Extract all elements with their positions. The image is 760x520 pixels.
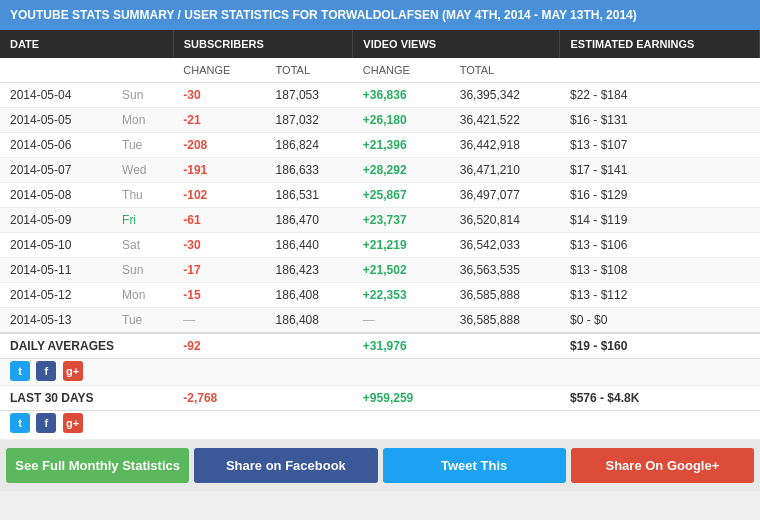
monthly-stats-button[interactable]: See Full Monthly Statistics — [6, 448, 189, 483]
view-total-cell: 36,520,814 — [450, 208, 560, 233]
sub-total-cell: 187,053 — [266, 83, 353, 108]
date-cell: 2014-05-06 — [0, 133, 112, 158]
sub-change-cell: -191 — [173, 158, 265, 183]
stats-table: DATE SUBSCRIBERS VIDEO VIEWS ESTIMATED E… — [0, 30, 760, 440]
date-cell: 2014-05-07 — [0, 158, 112, 183]
sub-change-cell: -30 — [173, 83, 265, 108]
day-cell: Mon — [112, 108, 173, 133]
table-row: 2014-05-05 Mon -21 187,032 +26,180 36,42… — [0, 108, 760, 133]
sub-change-cell: — — [173, 308, 265, 334]
view-total-cell: 36,442,918 — [450, 133, 560, 158]
sub-change-cell: -17 — [173, 258, 265, 283]
last30-social-icons-row: t f g+ — [0, 411, 760, 440]
last30-sub-change: -2,768 — [173, 386, 265, 411]
day-cell: Sun — [112, 258, 173, 283]
earnings-sub-header — [560, 58, 760, 83]
earnings-cell: $13 - $112 — [560, 283, 760, 308]
tweet-button[interactable]: Tweet This — [383, 448, 566, 483]
view-change-cell: +21,502 — [353, 258, 450, 283]
view-total-cell: 36,542,033 — [450, 233, 560, 258]
date-cell: 2014-05-04 — [0, 83, 112, 108]
day-cell: Tue — [112, 133, 173, 158]
view-change-cell: — — [353, 308, 450, 334]
view-total-cell: 36,563,535 — [450, 258, 560, 283]
header: YOUTUBE STATS SUMMARY / USER STATISTICS … — [0, 0, 760, 30]
view-change-cell: +25,867 — [353, 183, 450, 208]
daily-avg-earnings: $19 - $160 — [560, 333, 760, 359]
sub-change-cell: -61 — [173, 208, 265, 233]
gplus-icon-last30[interactable]: g+ — [63, 413, 83, 433]
daily-avg-label: DAILY AVERAGES — [0, 333, 173, 359]
sub-change-cell: -21 — [173, 108, 265, 133]
sub-total-cell: 186,423 — [266, 258, 353, 283]
view-change-cell: +23,737 — [353, 208, 450, 233]
table-body: 2014-05-04 Sun -30 187,053 +36,836 36,39… — [0, 83, 760, 334]
view-total-cell: 36,585,888 — [450, 308, 560, 334]
last-30-days-row: LAST 30 DAYS -2,768 +959,259 $576 - $4.8… — [0, 386, 760, 411]
sub-total-cell: 186,408 — [266, 308, 353, 334]
view-total-cell: 36,421,522 — [450, 108, 560, 133]
header-title: YOUTUBE STATS SUMMARY / USER STATISTICS … — [10, 8, 637, 22]
sub-total-cell: 186,470 — [266, 208, 353, 233]
subscribers-col-header: SUBSCRIBERS — [173, 30, 353, 58]
view-total-cell: 36,585,888 — [450, 283, 560, 308]
table-container: DATE SUBSCRIBERS VIDEO VIEWS ESTIMATED E… — [0, 30, 760, 440]
date-cell: 2014-05-10 — [0, 233, 112, 258]
daily-avg-view-change: +31,976 — [353, 333, 450, 359]
twitter-icon-last30[interactable]: t — [10, 413, 30, 433]
earnings-cell: $0 - $0 — [560, 308, 760, 334]
earnings-cell: $16 - $129 — [560, 183, 760, 208]
sub-total-cell: 186,440 — [266, 233, 353, 258]
day-cell: Fri — [112, 208, 173, 233]
day-cell: Tue — [112, 308, 173, 334]
daily-avg-sub-change: -92 — [173, 333, 265, 359]
earnings-col-header: ESTIMATED EARNINGS — [560, 30, 760, 58]
table-row: 2014-05-04 Sun -30 187,053 +36,836 36,39… — [0, 83, 760, 108]
earnings-cell: $13 - $106 — [560, 233, 760, 258]
view-change-cell: +36,836 — [353, 83, 450, 108]
date-cell: 2014-05-09 — [0, 208, 112, 233]
gplus-icon-daily[interactable]: g+ — [63, 361, 83, 381]
table-row: 2014-05-10 Sat -30 186,440 +21,219 36,54… — [0, 233, 760, 258]
view-total-header: TOTAL — [450, 58, 560, 83]
view-change-cell: +21,396 — [353, 133, 450, 158]
sub-change-header: CHANGE — [173, 58, 265, 83]
sub-change-cell: -102 — [173, 183, 265, 208]
table-row: 2014-05-06 Tue -208 186,824 +21,396 36,4… — [0, 133, 760, 158]
day-cell: Sat — [112, 233, 173, 258]
earnings-cell: $16 - $131 — [560, 108, 760, 133]
sub-total-cell: 186,408 — [266, 283, 353, 308]
sub-change-cell: -30 — [173, 233, 265, 258]
sub-change-cell: -15 — [173, 283, 265, 308]
date-cell: 2014-05-13 — [0, 308, 112, 334]
earnings-cell: $14 - $119 — [560, 208, 760, 233]
table-row: 2014-05-11 Sun -17 186,423 +21,502 36,56… — [0, 258, 760, 283]
earnings-cell: $17 - $141 — [560, 158, 760, 183]
sub-total-cell: 186,633 — [266, 158, 353, 183]
view-change-cell: +21,219 — [353, 233, 450, 258]
table-row: 2014-05-09 Fri -61 186,470 +23,737 36,52… — [0, 208, 760, 233]
date-sub-header — [0, 58, 173, 83]
view-total-cell: 36,471,210 — [450, 158, 560, 183]
sub-total-cell: 186,824 — [266, 133, 353, 158]
earnings-cell: $13 - $107 — [560, 133, 760, 158]
facebook-icon-last30[interactable]: f — [36, 413, 56, 433]
table-row: 2014-05-08 Thu -102 186,531 +25,867 36,4… — [0, 183, 760, 208]
day-cell: Mon — [112, 283, 173, 308]
facebook-icon-daily[interactable]: f — [36, 361, 56, 381]
earnings-cell: $13 - $108 — [560, 258, 760, 283]
gplus-share-button[interactable]: Share On Google+ — [571, 448, 754, 483]
view-total-cell: 36,395,342 — [450, 83, 560, 108]
footer-buttons: See Full Monthly Statistics Share on Fac… — [0, 440, 760, 491]
view-total-cell: 36,497,077 — [450, 183, 560, 208]
earnings-cell: $22 - $184 — [560, 83, 760, 108]
day-cell: Wed — [112, 158, 173, 183]
last30-view-change: +959,259 — [353, 386, 450, 411]
sub-total-cell: 186,531 — [266, 183, 353, 208]
view-change-cell: +28,292 — [353, 158, 450, 183]
facebook-share-button[interactable]: Share on Facebook — [194, 448, 377, 483]
daily-social-icons-row: t f g+ — [0, 359, 760, 386]
twitter-icon-daily[interactable]: t — [10, 361, 30, 381]
last30-earnings: $576 - $4.8K — [560, 386, 760, 411]
daily-averages-row: DAILY AVERAGES -92 +31,976 $19 - $160 — [0, 333, 760, 359]
